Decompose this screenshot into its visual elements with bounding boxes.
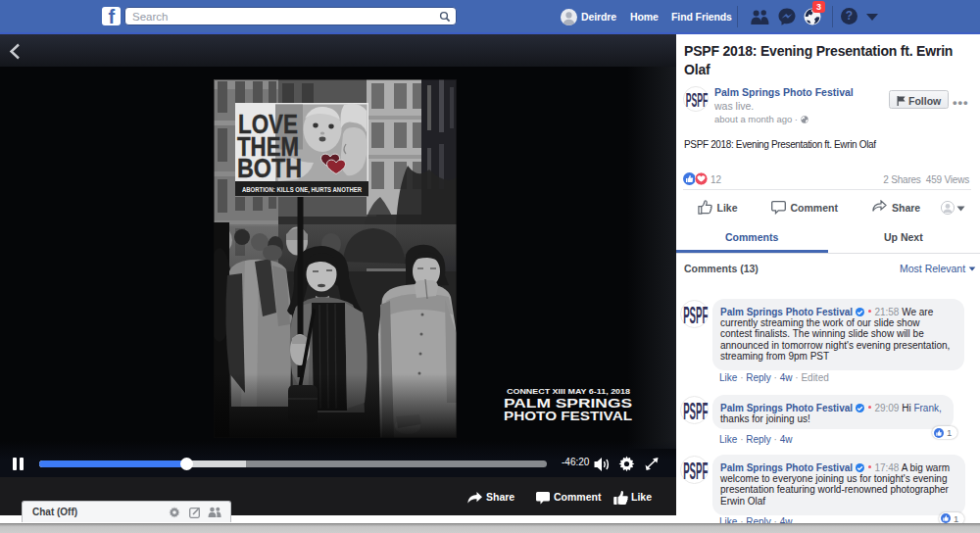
svg-text:BOTH: BOTH bbox=[237, 153, 302, 183]
svg-text:PSPF: PSPF bbox=[683, 459, 708, 484]
svg-text:PHOTO FESTIVAL: PHOTO FESTIVAL bbox=[504, 409, 632, 423]
svg-text:ABORTION: KILLS ONE, HURTS ANO: ABORTION: KILLS ONE, HURTS ANOTHER bbox=[242, 185, 362, 194]
svg-text:PSPF: PSPF bbox=[686, 87, 709, 111]
svg-text:PSPF: PSPF bbox=[683, 399, 708, 424]
svg-text:PSPF: PSPF bbox=[683, 303, 708, 328]
